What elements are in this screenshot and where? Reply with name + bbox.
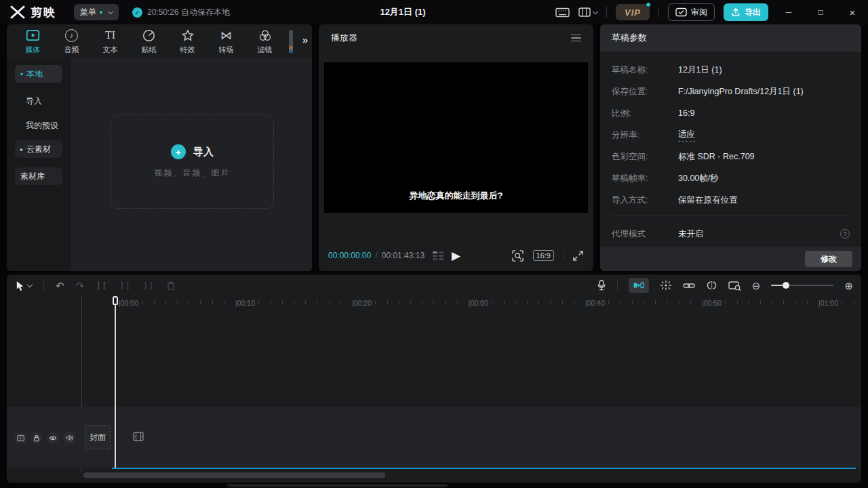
redo-button[interactable]: ↷ [76, 281, 85, 291]
ruler-tick [305, 301, 306, 304]
zoom-in-button[interactable]: ⊕ [844, 281, 853, 291]
minimize-button[interactable]: ─ [777, 0, 800, 24]
ruler-tick [363, 301, 364, 304]
menu-button[interactable]: 菜单 [74, 4, 119, 20]
sidebar-item-local[interactable]: ▾ 本地 [15, 65, 62, 83]
video-subtitle: 异地恋真的能走到最后? [324, 190, 588, 202]
menu-badge-dot [100, 11, 102, 14]
modify-button[interactable]: 修改 [805, 251, 852, 267]
tab-filters[interactable]: 滤镜 [245, 28, 284, 55]
param-row-import-mode: 导入方式: 保留在原有位置 [612, 189, 850, 211]
tab-audio[interactable]: ♪ 音频 [52, 28, 91, 55]
param-value: F:/JianyingPro Drafts/12月1日 (1) [678, 86, 804, 98]
close-button[interactable]: × [841, 0, 864, 24]
preview-quality-icon[interactable] [511, 249, 524, 262]
layout-switch-button[interactable] [578, 7, 597, 17]
ruler-tick [189, 301, 189, 304]
ruler-label: |00:20 [352, 299, 372, 307]
media-sidebar: ▾ 本地 导入 我的预设 ▸ 云素材 素材库 [7, 58, 71, 271]
ruler-label: |00:50 [702, 299, 722, 307]
param-value: 12月1日 (1) [678, 64, 722, 76]
param-label: 草稿帧率: [612, 173, 678, 184]
ruler-tick [842, 301, 842, 304]
main-track-magnet-button-active[interactable] [629, 278, 649, 293]
clip-film-icon[interactable] [133, 431, 144, 442]
shortcut-keyboard-icon[interactable] [555, 7, 570, 18]
review-icon [675, 7, 687, 17]
playhead-line[interactable] [115, 298, 116, 468]
sidebar-label: 素材库 [20, 171, 45, 182]
ruler-tick [387, 301, 388, 304]
play-button[interactable]: ▶ [452, 250, 460, 262]
filter-icon [258, 28, 272, 43]
track-type-video-icon[interactable] [15, 433, 26, 443]
tab-adjust-partial[interactable] [289, 30, 293, 53]
sidebar-item-cloud-materials[interactable]: ▸ 云素材 [15, 140, 62, 158]
fullscreen-icon[interactable] [572, 250, 584, 262]
preview-axis-button[interactable] [706, 281, 717, 290]
param-row-name: 草稿名称: 12月1日 (1) [612, 59, 850, 81]
undo-button[interactable]: ↶ [56, 281, 64, 291]
time-separator: / [375, 251, 377, 260]
record-mic-button[interactable] [597, 279, 606, 291]
hide-track-button[interactable] [47, 432, 59, 444]
more-tabs-chevron[interactable]: » [302, 34, 308, 45]
player-controls: 00:00:00:00 / 00:01:43:13 ▶ 16:9 [328, 246, 584, 265]
vip-badge[interactable]: VIP [616, 4, 650, 20]
tab-sticker[interactable]: 贴纸 [130, 28, 168, 55]
chevron-down-icon [27, 281, 33, 287]
export-button[interactable]: 导出 [724, 3, 768, 21]
help-icon[interactable]: ? [840, 229, 850, 239]
maximize-button[interactable]: □ [809, 0, 832, 24]
display-mode-icon[interactable] [433, 251, 443, 260]
tab-transitions[interactable]: ⋈ 转场 [207, 28, 245, 55]
slider-thumb[interactable] [783, 282, 789, 289]
player-panel: 播放器 异地恋真的能走到最后? 00:00:00:00 / 00:01:43:1… [319, 24, 593, 271]
delete-button[interactable] [166, 281, 176, 291]
tab-text[interactable]: TI 文本 [91, 28, 130, 55]
sidebar-item-material-library[interactable]: 素材库 [15, 167, 62, 185]
playhead-handle[interactable] [113, 296, 118, 305]
proxy-mode-row: 代理模式 未开启 ? [612, 223, 850, 245]
auto-snap-button[interactable] [660, 280, 672, 291]
ruler-tick [795, 301, 796, 304]
video-viewport[interactable]: 异地恋真的能走到最后? [324, 62, 588, 213]
split-right-button[interactable]: ][ [142, 281, 155, 291]
param-value: 保留在原有位置 [678, 195, 738, 206]
menu-label: 菜单 [80, 7, 96, 18]
split-button[interactable]: ][ [96, 281, 108, 291]
cover-button[interactable]: 封面 [85, 425, 111, 449]
player-menu-icon[interactable] [571, 35, 581, 42]
zoom-out-button[interactable]: ⊖ [752, 281, 761, 291]
linkage-button[interactable] [683, 282, 695, 289]
horizontal-scrollbar[interactable] [83, 472, 385, 478]
ruler-tick [271, 301, 271, 304]
app-logo: 剪映 [0, 5, 56, 20]
global-preview-zoom-button[interactable] [728, 281, 741, 291]
aspect-ratio-button[interactable]: 16:9 [533, 250, 554, 261]
mute-track-button[interactable] [63, 432, 75, 444]
tab-media[interactable]: 媒体 [14, 28, 52, 55]
ruler-tick [527, 301, 528, 304]
import-hint: 视频、音频、图片 [155, 167, 231, 179]
select-tool-button[interactable] [15, 280, 32, 291]
sidebar-item-my-presets[interactable]: 我的预设 [26, 120, 58, 131]
ruler-tick [725, 301, 726, 304]
ruler-label: |01:00 [818, 299, 838, 307]
review-button[interactable]: 审阅 [668, 3, 715, 21]
split-left-button[interactable]: ][ [119, 281, 132, 291]
ruler-tick [258, 301, 259, 304]
timeline-zoom-slider[interactable] [771, 281, 833, 289]
param-row-ratio: 比例: 16:9 [612, 102, 850, 124]
sidebar-label: 云素材 [26, 144, 51, 155]
lock-track-button[interactable] [31, 432, 43, 444]
param-value-link[interactable]: 适应 [678, 129, 695, 142]
sidebar-item-import[interactable]: 导入 [26, 96, 42, 107]
timeline-toolbar-right: ⊖ ⊕ [597, 278, 853, 293]
caret-right-icon: ▸ [20, 146, 23, 152]
import-dropzone[interactable]: + 导入 视频、音频、图片 [111, 115, 274, 209]
tab-effects[interactable]: 特效 [168, 28, 207, 55]
media-body: ▾ 本地 导入 我的预设 ▸ 云素材 素材库 + 导入 [7, 58, 312, 271]
timeline-ruler[interactable]: |00:00|00:10|00:20|00:30|00:40|00:50|01:… [7, 296, 861, 311]
ruler-tick [608, 301, 609, 304]
